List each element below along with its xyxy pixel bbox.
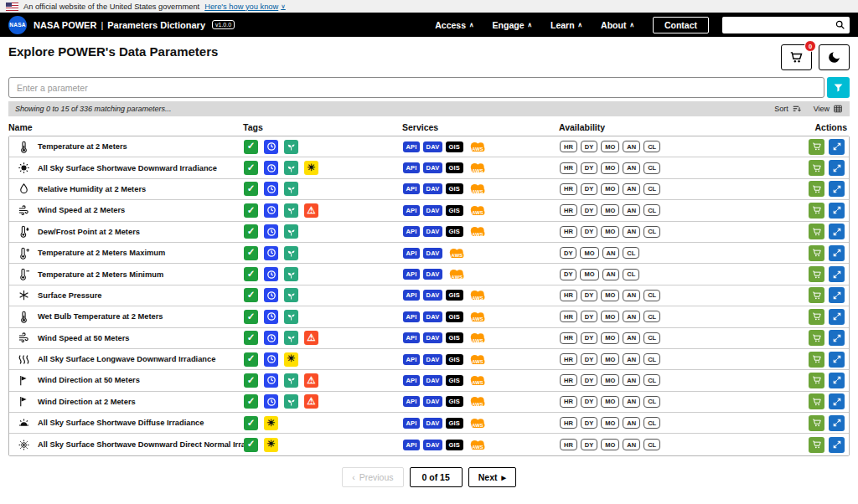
expand-details-button[interactable]	[829, 287, 845, 303]
nav-engage[interactable]: Engage∧	[493, 20, 532, 30]
contact-button[interactable]: Contact	[653, 17, 709, 33]
add-to-cart-button[interactable]	[809, 245, 824, 261]
nav-access[interactable]: Access∧	[435, 20, 473, 30]
expand-details-button[interactable]	[829, 415, 845, 431]
sun-icon: ☀	[266, 418, 277, 428]
header-search[interactable]	[722, 17, 850, 33]
check-icon: ✓	[246, 227, 256, 237]
add-to-cart-button[interactable]	[809, 373, 824, 388]
expand-details-button[interactable]	[829, 330, 845, 346]
clock-icon	[266, 333, 277, 343]
add-to-cart-button[interactable]	[809, 309, 824, 325]
tag-sun-badge: ☀	[284, 352, 298, 367]
plant-icon	[287, 163, 297, 173]
availability-dy-badge: DY	[581, 311, 597, 322]
tag-check-badge: ✓	[244, 331, 258, 345]
banner-text: An official website of the United States…	[23, 3, 199, 11]
tag-clock-badge	[264, 394, 278, 409]
tag-warning-badge: ⚠	[304, 373, 318, 388]
service-aws-badge: AWS	[467, 331, 489, 345]
theme-toggle-button[interactable]	[819, 44, 850, 70]
expand-details-button[interactable]	[829, 437, 845, 453]
add-to-cart-button[interactable]	[809, 266, 824, 282]
add-to-cart-button[interactable]	[809, 287, 824, 303]
service-aws-label: AWS	[467, 232, 489, 237]
availability-mo-badge: MO	[601, 226, 619, 238]
service-api-badge: API	[403, 418, 420, 429]
pagination: ‹Previous 0 of 15 Next▸	[8, 467, 850, 487]
check-icon: ✓	[246, 270, 256, 280]
sort-control[interactable]: Sort	[774, 104, 802, 114]
next-page-button[interactable]: Next▸	[468, 467, 516, 487]
availability-mo-badge: MO	[601, 290, 619, 301]
tag-plant-badge	[284, 161, 298, 175]
add-to-cart-button[interactable]	[809, 330, 824, 346]
add-to-cart-button[interactable]	[809, 415, 824, 431]
service-aws-badge: AWS	[467, 416, 489, 430]
availability-cl-badge: CL	[644, 290, 660, 301]
header-search-input[interactable]	[726, 20, 835, 29]
availability-dy-badge: DY	[581, 290, 597, 301]
banner-how-link[interactable]: Here's how you know∨	[204, 3, 286, 11]
expand-details-button[interactable]	[829, 139, 845, 155]
add-to-cart-button[interactable]	[809, 437, 824, 453]
service-aws-badge: AWS	[467, 140, 489, 154]
chevron-up-icon: ∧	[469, 22, 474, 28]
add-to-cart-button[interactable]	[809, 393, 824, 409]
app-title: NASA POWER|Parameters Dictionary	[34, 20, 205, 30]
expand-details-button[interactable]	[829, 266, 845, 282]
expand-details-button[interactable]	[829, 181, 845, 197]
tag-clock-badge	[264, 182, 278, 196]
parameter-name: Wind Direction at 2 Meters	[38, 398, 136, 406]
expand-details-button[interactable]	[829, 160, 845, 176]
service-gis-badge: GIS	[446, 311, 463, 322]
waves-icon	[18, 353, 30, 366]
expand-icon	[832, 333, 842, 343]
tag-check-badge: ✓	[244, 352, 258, 367]
expand-details-button[interactable]	[829, 245, 845, 261]
parameter-name: All Sky Surface Shortwave Downward Irrad…	[38, 164, 217, 172]
search-icon[interactable]	[835, 19, 845, 30]
nav-learn[interactable]: Learn∧	[550, 20, 582, 30]
add-to-cart-button[interactable]	[809, 181, 824, 197]
column-header-availability: Availability	[559, 122, 778, 132]
parameter-search-input[interactable]	[8, 77, 824, 98]
tag-check-badge: ✓	[244, 161, 258, 175]
service-api-badge: API	[403, 162, 420, 173]
availability-mo-badge: MO	[601, 396, 619, 408]
expand-details-button[interactable]	[829, 203, 845, 219]
table-row: Wind Direction at 2 Meters✓⚠APIDAVGISAWS…	[9, 392, 849, 413]
expand-details-button[interactable]	[829, 393, 845, 409]
expand-details-button[interactable]	[829, 352, 845, 368]
expand-details-button[interactable]	[829, 224, 845, 239]
add-to-cart-button[interactable]	[809, 352, 824, 368]
parameter-name: All Sky Surface Longwave Downward Irradi…	[38, 355, 215, 363]
plant-icon	[287, 333, 297, 343]
service-gis-badge: GIS	[446, 396, 463, 407]
add-to-cart-button[interactable]	[809, 139, 824, 155]
filter-button[interactable]	[827, 77, 850, 98]
parameter-name: Temperature at 2 Meters Maximum	[38, 249, 165, 257]
check-icon: ✓	[246, 397, 256, 407]
cart-button[interactable]: 0	[781, 44, 812, 70]
table-row: Wind Speed at 2 Meters✓⚠APIDAVGISAWSHRDY…	[9, 200, 849, 221]
expand-details-button[interactable]	[829, 373, 845, 388]
availability-an-badge: AN	[623, 204, 640, 216]
availability-an-badge: AN	[602, 247, 620, 259]
service-dav-badge: DAV	[423, 332, 442, 343]
add-to-cart-button[interactable]	[809, 160, 824, 176]
availability-mo-badge: MO	[601, 162, 619, 174]
add-to-cart-button[interactable]	[809, 203, 824, 219]
table-row: Dew/Frost Point at 2 Meters✓APIDAVGISAWS…	[9, 222, 849, 243]
view-control[interactable]: View	[814, 104, 843, 114]
previous-page-button[interactable]: ‹Previous	[342, 467, 403, 487]
expand-details-button[interactable]	[829, 309, 845, 325]
nav-about[interactable]: About∧	[601, 20, 634, 30]
availability-cl-badge: CL	[644, 332, 660, 344]
clock-icon	[266, 227, 277, 237]
add-to-cart-button[interactable]	[809, 224, 824, 239]
tag-plant-badge	[284, 288, 298, 302]
cart-icon	[812, 311, 822, 321]
column-header-name: Name	[8, 122, 243, 132]
service-dav-badge: DAV	[423, 141, 442, 152]
